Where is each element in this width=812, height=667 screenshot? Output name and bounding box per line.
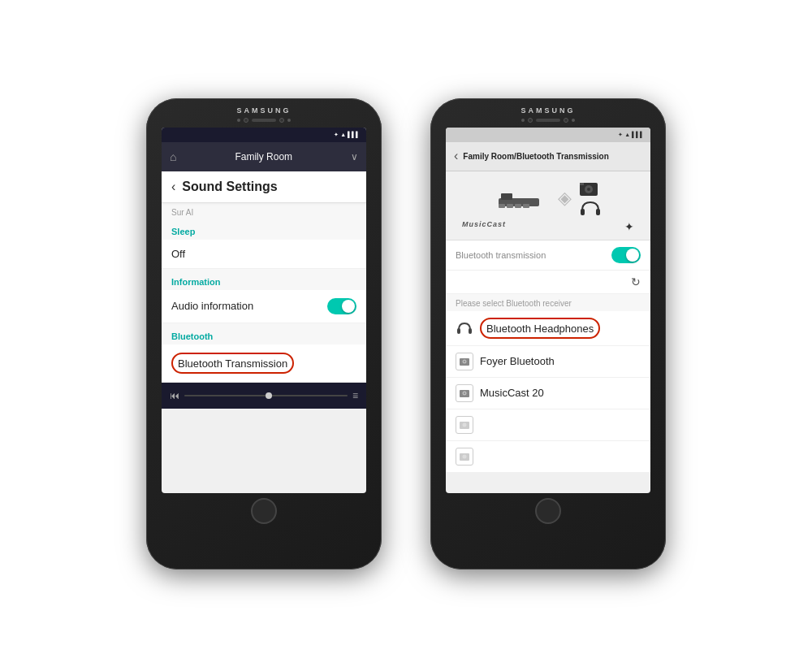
rbt-status-icon: ✦ — [618, 132, 623, 138]
bt-transmission-highlight: Bluetooth Transmission — [171, 353, 294, 374]
eq-icon[interactable]: ≡ — [352, 390, 358, 401]
wifi-waves-icon: ◈ — [558, 188, 572, 209]
sleep-section-label: Sleep — [162, 219, 366, 240]
status-icons: ✦ ▲ ▌▌▌ — [334, 132, 360, 138]
soundbar-svg — [495, 184, 551, 212]
refresh-row: ↻ — [446, 271, 650, 294]
device-row-2[interactable]: MusicCast 20 — [446, 378, 650, 409]
sound-settings-header: ‹ Sound Settings — [162, 171, 366, 203]
sound-settings-title: Sound Settings — [182, 180, 277, 194]
bt-transmission-toggle-row[interactable]: Bluetooth transmission — [446, 240, 650, 271]
bt-diagram: ◈ — [446, 171, 650, 240]
device-row-3[interactable] — [446, 409, 650, 441]
refresh-icon[interactable]: ↻ — [631, 275, 641, 288]
svg-rect-5 — [501, 193, 512, 200]
home-icon[interactable]: ⌂ — [170, 150, 176, 163]
right-nav-base: Family Room/ — [463, 152, 516, 161]
phone-bottom — [251, 498, 277, 524]
bt-transmission-row[interactable]: Bluetooth Transmission — [162, 344, 366, 383]
rdot2 — [572, 119, 575, 122]
sleep-row: Off — [162, 240, 366, 269]
right-home-button[interactable] — [535, 498, 561, 524]
device-list: Bluetooth Headphones Foyer Bluetooth — [446, 311, 650, 473]
rsignal-status-icon: ▌▌▌ — [632, 132, 644, 137]
rdot — [521, 119, 525, 122]
status-bar: ✦ ▲ ▌▌▌ — [162, 128, 366, 142]
right-nav-title: Family Room/Bluetooth Transmission — [463, 152, 608, 161]
bt-status-icon: ✦ — [334, 132, 339, 138]
svg-point-19 — [464, 392, 465, 394]
bt-transmission-label: Bluetooth Transmission — [178, 357, 287, 370]
right-screen: ✦ ▲ ▌▌▌ ‹ Family Room/Bluetooth Transmis… — [446, 128, 650, 493]
device-icon-4 — [456, 448, 473, 466]
device-row-4[interactable] — [446, 441, 650, 473]
device-icon-3 — [456, 416, 473, 434]
right-back-button[interactable]: ‹ — [454, 149, 458, 163]
right-top-bar — [521, 118, 575, 123]
device-name-2: MusicCast 20 — [480, 387, 544, 399]
device-name-1: Foyer Bluetooth — [480, 355, 555, 367]
audio-info-toggle[interactable] — [327, 298, 356, 314]
audio-info-row[interactable]: Audio information — [162, 290, 366, 323]
speaker-bar — [252, 119, 276, 122]
nav-title: Family Room — [235, 151, 292, 162]
play-icon[interactable]: ⏮ — [170, 390, 179, 401]
rwifi-status-icon: ▲ — [624, 132, 630, 137]
screen-content: ‹ Sound Settings Sur AI Sleep Off Inform… — [162, 171, 366, 409]
bt-toggle-knob — [626, 249, 639, 262]
device-icon-2 — [456, 384, 473, 402]
device-row-1[interactable]: Foyer Bluetooth — [446, 346, 650, 378]
wifi-status-icon: ▲ — [340, 132, 346, 137]
device-icon-0 — [456, 319, 473, 337]
sub-text: Sur AI — [162, 203, 366, 219]
svg-rect-11 — [596, 209, 600, 215]
bluetooth-section-label: Bluetooth — [162, 323, 366, 344]
right-brand-label: SAMSUNG — [520, 106, 575, 115]
svg-point-8 — [587, 188, 590, 191]
receiver-select-label: Please select Bluetooth receiver — [446, 294, 650, 311]
back-button[interactable]: ‹ — [171, 180, 175, 194]
audio-info-label: Audio information — [171, 300, 253, 312]
sleep-value: Off — [171, 248, 185, 260]
svg-rect-2 — [507, 204, 513, 208]
rcamera-dot — [528, 118, 533, 123]
right-nav-bold: Bluetooth Transmission — [516, 152, 609, 161]
diagram-icons: ◈ — [495, 180, 603, 217]
diagram-labels: MusicCast ✦ — [456, 220, 641, 233]
nav-bar: ⌂ Family Room ∨ — [162, 142, 366, 171]
player-slider[interactable] — [184, 395, 348, 396]
dot — [237, 119, 240, 122]
home-button[interactable] — [251, 498, 277, 524]
device-row-0[interactable]: Bluetooth Headphones — [446, 311, 650, 346]
svg-rect-4 — [523, 204, 529, 208]
svg-rect-12 — [457, 328, 460, 334]
svg-rect-3 — [515, 204, 521, 208]
svg-point-16 — [464, 361, 465, 362]
camera-dot2 — [279, 118, 284, 123]
headphone-svg — [578, 199, 603, 217]
nav-chevron[interactable]: ∨ — [351, 151, 358, 162]
slider-knob — [266, 392, 272, 399]
left-phone: SAMSUNG ✦ ▲ ▌▌▌ ⌂ Family Room ∨ ‹ — [146, 98, 382, 570]
right-nav-bar: ‹ Family Room/Bluetooth Transmission — [446, 142, 650, 171]
bt-transmission-toggle-label: Bluetooth transmission — [456, 250, 546, 260]
svg-rect-9 — [580, 183, 584, 185]
right-device-icons — [578, 180, 603, 217]
musiccast-label: MusicCast — [462, 220, 506, 233]
speaker-svg — [578, 180, 603, 197]
device-icon-1 — [456, 353, 473, 370]
camera-dot — [244, 118, 248, 123]
right-phone: SAMSUNG ✦ ▲ ▌▌▌ ‹ Family Room/Bluetooth … — [430, 98, 666, 570]
device-name-0: Bluetooth Headphones — [480, 318, 600, 339]
right-phone-bottom — [535, 498, 561, 524]
signal-status-icon: ▌▌▌ — [348, 132, 360, 137]
information-section-label: Information — [162, 269, 366, 290]
svg-rect-13 — [469, 328, 472, 334]
player-bar: ⏮ ≡ — [162, 383, 366, 409]
rcamera-dot2 — [564, 118, 568, 123]
rspeaker-bar — [536, 119, 560, 122]
bt-transmission-toggle[interactable] — [611, 247, 641, 263]
left-screen: ✦ ▲ ▌▌▌ ⌂ Family Room ∨ ‹ Sound Settings… — [162, 128, 366, 493]
brand-label: SAMSUNG — [236, 106, 291, 115]
svg-point-21 — [463, 422, 467, 427]
